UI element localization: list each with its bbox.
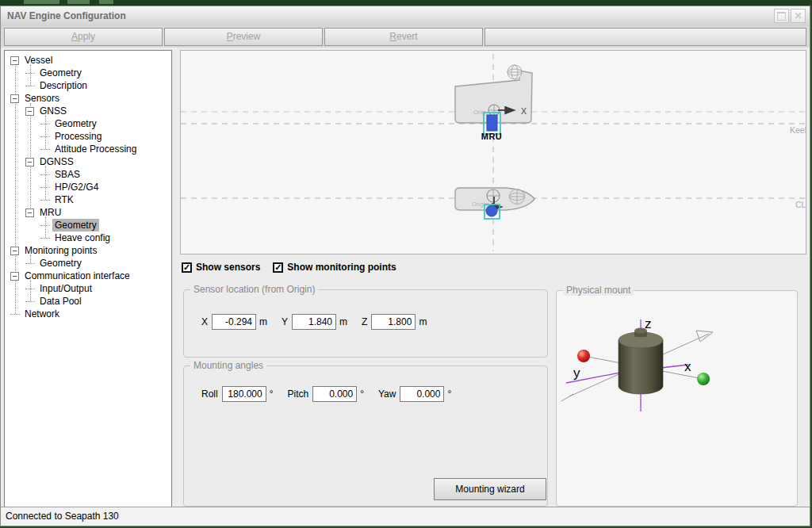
maximize-button[interactable] — [774, 9, 789, 23]
tree-item-mru[interactable]: −MRU — [5, 206, 171, 219]
origin-marker-top — [487, 189, 500, 202]
sensor-location-z-field: Zm — [362, 314, 427, 330]
tree-item-geometry[interactable]: Geometry — [5, 219, 171, 231]
tree-connector — [40, 187, 50, 188]
tree-item-hp-g2-g4[interactable]: HP/G2/G4 — [5, 181, 171, 193]
tree-item-attitude-processing[interactable]: Attitude Processing — [5, 143, 171, 155]
tree-expander-icon[interactable]: − — [25, 209, 34, 217]
tree-connector — [40, 238, 50, 239]
tree: −VesselGeometryDescription−Sensors−GNSSG… — [4, 50, 172, 508]
sensor-location-y-input[interactable] — [292, 314, 336, 330]
title-bar: NAV Engine Configuration ✕ — [1, 6, 810, 27]
y-axis-sphere — [577, 350, 590, 362]
tree-connector — [25, 263, 35, 264]
tree-item-sbas[interactable]: SBAS — [5, 168, 171, 181]
tree-item-heave-config[interactable]: Heave config — [5, 231, 171, 244]
tree-expander-icon[interactable]: − — [10, 56, 19, 65]
mounting-angles-yaw-field: Yaw° — [378, 386, 451, 402]
tree-expander-icon[interactable]: − — [10, 94, 19, 103]
close-button[interactable]: ✕ — [791, 9, 806, 23]
mru-sensor-marker-side[interactable] — [487, 115, 497, 131]
window-title: NAV Engine Configuration — [7, 6, 126, 26]
mounting-wizard-button[interactable]: Mounting wizard — [434, 478, 546, 500]
status-text: Connected to Seapath 130 — [6, 511, 119, 522]
mounting-angles-pitch-field: Pitch° — [287, 386, 364, 402]
tree-item-rtk[interactable]: RTK — [5, 193, 171, 206]
mounting-angles-title: Mounting angles — [190, 360, 266, 371]
mounting-angles-roll-input[interactable] — [222, 386, 266, 402]
toolbar-button-preview[interactable]: Preview — [164, 28, 323, 46]
tree-item-input-output[interactable]: Input/Output — [5, 282, 171, 295]
physical-mount-title: Physical mount — [563, 285, 634, 296]
tree-expander-icon[interactable]: − — [10, 247, 19, 255]
status-bar: Connected to Seapath 130 — [1, 507, 810, 526]
checkbox-show-sensors[interactable]: ✓Show sensors — [182, 262, 260, 273]
gnss-antenna-icon — [508, 65, 522, 79]
toolbar: ApplyPreviewRevert — [1, 26, 810, 48]
mounting-angles-roll-field: Roll° — [201, 386, 273, 402]
nav-engine-configuration-window: NAV Engine Configuration ✕ ApplyPreviewR… — [0, 6, 810, 526]
sensor-location-fields: XmYmZm — [201, 314, 441, 330]
mounting-angles-yaw-input[interactable] — [400, 386, 444, 402]
tree-connector — [40, 136, 50, 137]
mounting-angles-fields: Roll°Pitch°Yaw° — [201, 386, 465, 402]
sensor-location-z-input[interactable] — [371, 314, 416, 330]
tree-item-communication-interface[interactable]: −Communication interface — [5, 270, 171, 282]
checkbox-show-monitoring-points[interactable]: ✓Show monitoring points — [273, 262, 396, 273]
sensor-location-y-field: Ym — [282, 314, 347, 330]
desktop-background — [0, 0, 812, 6]
sensor-location-group: Sensor location (from Origin) XmYmZm — [183, 289, 548, 358]
mru-sensor-marker-top[interactable] — [486, 205, 497, 216]
sensor-location-x-field: Xm — [201, 314, 267, 330]
tree-item-sensors[interactable]: −Sensors — [5, 92, 171, 105]
tree-connector — [40, 225, 50, 226]
x-axis-label: X — [521, 106, 527, 116]
tree-connector — [25, 301, 35, 302]
mru-label: MRU — [481, 132, 503, 141]
tree-item-description[interactable]: Description — [5, 79, 171, 92]
tree-item-geometry[interactable]: Geometry — [5, 67, 171, 79]
tree-item-dgnss[interactable]: −DGNSS — [5, 155, 171, 168]
tree-connector — [40, 200, 50, 201]
z-axis-label: z — [645, 316, 652, 331]
toolbar-blank-segment — [485, 28, 806, 46]
mounting-angles-pitch-input[interactable] — [312, 386, 357, 402]
tree-expander-icon[interactable]: − — [10, 272, 19, 281]
tree-item-network[interactable]: Network — [5, 308, 171, 320]
tree-item-processing[interactable]: Processing — [5, 130, 171, 143]
mounting-angles-group: Mounting angles Roll°Pitch°Yaw° Mounting… — [183, 365, 548, 507]
origin-marker-side — [488, 105, 500, 116]
toolbar-button-apply[interactable]: Apply — [4, 28, 163, 46]
gnss-antenna-icon — [509, 189, 525, 205]
physical-mount-group: Physical mount — [556, 290, 798, 507]
tree-expander-icon[interactable]: − — [25, 107, 34, 116]
checkbox-box[interactable]: ✓ — [182, 262, 192, 273]
tree-connector — [25, 289, 35, 289]
tree-connector — [40, 174, 50, 175]
x-axis-sphere — [697, 373, 710, 385]
tree-item-data-pool[interactable]: Data Pool — [5, 295, 171, 308]
tree-item-gnss[interactable]: −GNSS — [5, 105, 171, 117]
tree-expander-icon[interactable]: − — [25, 158, 34, 166]
tree-connector — [40, 149, 50, 150]
tree-item-geometry[interactable]: Geometry — [5, 117, 171, 130]
tree-connector — [10, 314, 20, 315]
tree-connector — [40, 124, 50, 124]
tree-item-geometry[interactable]: Geometry — [5, 257, 171, 270]
tree-connector — [25, 86, 35, 86]
keel-label: Keel — [790, 125, 806, 135]
x-axis-label: x — [684, 359, 691, 374]
sensor-location-title: Sensor location (from Origin) — [190, 284, 318, 295]
close-icon: ✕ — [794, 11, 802, 21]
cl-label: CL — [795, 200, 806, 209]
view-options: ✓Show sensors✓Show monitoring points — [182, 262, 409, 273]
tree-connector — [25, 73, 35, 74]
toolbar-button-revert[interactable]: Revert — [324, 28, 483, 46]
mru-cylinder — [619, 328, 663, 395]
tree-item-vessel[interactable]: −Vessel — [5, 54, 171, 67]
sensor-location-x-input[interactable] — [212, 314, 256, 330]
tree-item-monitoring-points[interactable]: −Monitoring points — [5, 244, 171, 257]
desktop-artifact — [67, 0, 90, 4]
maximize-icon — [777, 12, 786, 21]
checkbox-box[interactable]: ✓ — [273, 262, 283, 273]
